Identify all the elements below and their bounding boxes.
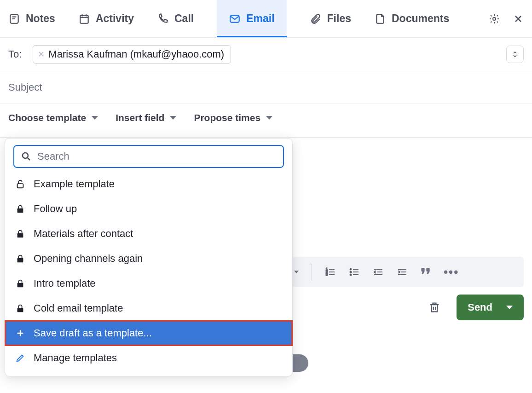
save-draft-as-template[interactable]: Save draft as a template... [5,321,292,346]
tab-email[interactable]: Email [217,0,286,37]
tab-label: Documents [392,12,449,25]
notes-icon [8,13,20,25]
unlock-icon [15,179,25,189]
svg-rect-11 [17,184,23,188]
template-dropdown: Example template Follow up Materials aft… [5,138,293,376]
tab-notes[interactable]: Notes [8,0,55,37]
tab-label: Call [174,12,194,25]
remove-recipient-icon[interactable]: ✕ [38,50,45,58]
trash-icon[interactable] [428,301,441,314]
svg-point-10 [23,153,28,158]
template-item-example[interactable]: Example template [5,172,292,196]
close-icon[interactable] [513,13,524,24]
manage-templates[interactable]: Manage templates [5,346,292,370]
plus-icon [15,328,25,338]
template-item-followup[interactable]: Follow up [5,196,292,221]
svg-point-9 [350,274,352,276]
send-button[interactable]: Send [457,295,524,320]
template-item-cold[interactable]: Cold email template [5,296,292,321]
to-label: To: [8,48,22,60]
svg-point-3 [493,17,496,20]
lock-icon [15,204,25,214]
phone-icon [157,13,169,25]
divider [312,264,312,280]
template-search[interactable] [13,145,284,168]
recipient-chip[interactable]: ✕ Marissa Kaufman (mkauf@yhaoo.com) [33,45,231,64]
pencil-icon [15,353,25,363]
caret-down-icon [92,116,98,120]
tab-label: Activity [96,12,134,25]
send-area: Send [428,295,524,320]
svg-point-8 [350,272,352,273]
expand-recipients-button[interactable] [506,46,524,63]
tab-documents[interactable]: Documents [374,0,449,37]
propose-times-button[interactable]: Propose times [194,112,272,123]
svg-rect-1 [80,15,88,23]
ordered-list-icon[interactable]: 123 [325,266,336,277]
tab-files[interactable]: Files [310,0,351,37]
to-row: To: ✕ Marissa Kaufman (mkauf@yhaoo.com) [0,38,532,71]
choose-template-button[interactable]: Choose template [8,112,98,123]
gear-icon[interactable] [489,13,500,24]
format-toolbar: 123 ❜❜ ••• [292,257,524,287]
compose-actions-row: Choose template Insert field Propose tim… [0,104,532,138]
document-icon [374,13,386,25]
lock-icon [15,229,25,239]
lock-icon [15,303,25,313]
svg-point-7 [350,269,352,270]
tab-call[interactable]: Call [157,0,194,37]
tab-label: Email [246,12,274,25]
template-item-materials[interactable]: Materials after contact [5,221,292,246]
subject-input[interactable] [8,81,524,93]
insert-field-button[interactable]: Insert field [116,112,176,123]
bullet-list-icon[interactable] [349,266,360,277]
lock-icon [15,254,25,264]
template-search-input[interactable] [37,150,277,162]
paperclip-icon [310,13,322,25]
template-item-intro[interactable]: Intro template [5,271,292,296]
recipient-text: Marissa Kaufman (mkauf@yhaoo.com) [48,48,224,60]
svg-text:3: 3 [326,273,328,276]
outdent-icon[interactable] [373,266,384,277]
blockquote-icon[interactable]: ❜❜ [421,272,431,278]
tab-label: Notes [26,12,55,25]
indent-icon[interactable] [397,266,408,277]
email-icon [229,13,241,25]
caret-down-icon [266,116,272,120]
search-icon [21,151,32,162]
more-format-icon[interactable]: ••• [444,265,459,279]
caret-down-icon [506,306,513,309]
tab-label: Files [327,12,351,25]
tab-activity[interactable]: Activity [78,0,134,37]
tab-bar: Notes Activity Call Email Files Document… [0,0,532,38]
lock-icon [15,278,25,289]
caret-down-icon [294,271,299,273]
template-item-opening[interactable]: Opening channels again [5,246,292,271]
subject-row [0,71,532,104]
caret-down-icon [170,116,176,120]
calendar-icon [78,13,90,25]
